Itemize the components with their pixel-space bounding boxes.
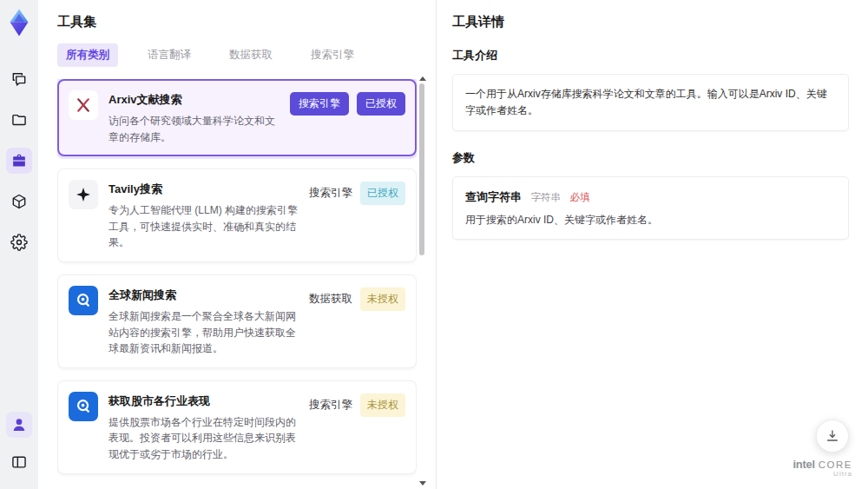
tab-search-engine[interactable]: 搜索引擎 [302,43,363,67]
tool-description: 专为人工智能代理 (LLM) 构建的搜索引擎工具，可快速提供实时、准确和真实的结… [108,202,299,251]
app-logo-icon [6,9,32,36]
tab-data-acquisition[interactable]: 数据获取 [220,43,281,67]
category-tabs: 所有类别 语言翻译 数据获取 搜索引擎 [57,43,436,67]
tool-auth-badge: 已授权 [360,182,405,205]
tool-tags: 搜索引擎 已授权 [309,180,405,251]
tool-card[interactable]: Tavily搜索 专为人工智能代理 (LLM) 构建的搜索引擎工具，可快速提供实… [57,169,417,262]
tool-auth-badge: 未授权 [360,287,405,311]
detail-title: 工具详情 [452,14,849,30]
tool-text-block: 全球新闻搜索 全球新闻搜索是一个聚合全球各大新闻网站内容的搜索引擎，帮助用户快速… [108,286,299,357]
tab-all-categories[interactable]: 所有类别 [57,43,118,67]
tool-card[interactable]: 全球新闻搜索 全球新闻搜索是一个聚合全球各大新闻网站内容的搜索引擎，帮助用户快速… [57,274,417,368]
tool-description: 访问各个研究领域大量科学论文和文章的存储库。 [108,113,279,145]
tool-text-block: 获取股市各行业表现 提供股票市场各个行业在特定时间段内的表现。投资者可以利用这些… [108,392,299,463]
tool-icon [69,286,98,315]
tool-category: 数据获取 [309,287,352,311]
tool-detail-panel: 工具详情 工具介绍 一个用于从Arxiv存储库搜索科学论文和文章的工具。输入可以… [436,0,868,489]
chat-icon [10,70,28,88]
download-button[interactable] [816,420,849,453]
sidebar-item-panel-toggle[interactable] [6,449,32,475]
tool-card[interactable]: Arxiv文献搜索 访问各个研究领域大量科学论文和文章的存储库。 搜索引擎 已授… [57,79,417,156]
tavily-star-icon [75,186,92,203]
tool-name: Arxiv文献搜索 [108,92,279,108]
intel-core-logo: intelCORE Ultra [793,456,852,479]
sidebar-item-user[interactable] [6,412,32,438]
tool-category: 搜索引擎 [309,182,352,205]
tab-language-translation[interactable]: 语言翻译 [139,43,200,67]
cube-icon [10,193,28,210]
tool-icon [69,392,98,421]
sidebar-bottom [6,412,32,475]
scroll-up-arrow-icon[interactable] [419,76,426,81]
tool-text-block: Arxiv文献搜索 访问各个研究领域大量科学论文和文章的存储库。 [108,90,279,145]
tool-description: 提供股票市场各个行业在特定时间段内的表现。投资者可以利用这些信息来识别表现优于或… [108,414,299,463]
intro-heading: 工具介绍 [452,48,849,63]
gear-icon [10,234,28,251]
user-icon [10,416,28,433]
parameter-name: 查询字符串 [465,190,522,203]
arxiv-logo-icon [75,96,92,114]
tool-description: 全球新闻搜索是一个聚合全球各大新闻网站内容的搜索引擎，帮助用户快速获取全球最新资… [108,308,299,357]
brand-core-text: CORE [819,459,852,470]
toolbox-icon [10,152,28,169]
intro-text: 一个用于从Arxiv存储库搜索科学论文和文章的工具。输入可以是Arxiv ID、… [465,86,836,119]
sidebar-item-chat[interactable] [6,66,32,92]
tool-tags: 数据获取 未授权 [309,286,405,357]
app-window: 工具集 所有类别 语言翻译 数据获取 搜索引擎 [0,0,868,489]
tool-card[interactable]: 获取股市各行业表现 提供股票市场各个行业在特定时间段内的表现。投资者可以利用这些… [57,380,417,474]
sidebar-item-settings[interactable] [6,229,32,255]
tool-auth-badge: 未授权 [360,393,405,417]
page-title: 工具集 [57,14,436,30]
parameter-required-badge: 必填 [569,192,589,202]
tool-list: Arxiv文献搜索 访问各个研究领域大量科学论文和文章的存储库。 搜索引擎 已授… [57,79,417,479]
sidebar-rail [0,0,38,489]
sidebar-item-files[interactable] [6,107,32,133]
juhe-data-icon [74,291,93,310]
parameter-description: 用于搜索的Arxiv ID、关键字或作者姓名。 [465,213,836,228]
intro-card: 一个用于从Arxiv存储库搜索科学论文和文章的工具。输入可以是Arxiv ID、… [452,74,849,131]
sidebar-nav [6,66,32,255]
tool-icon [69,180,98,209]
sidebar-item-models[interactable] [6,188,32,215]
scrollbar-thumb[interactable] [419,83,424,255]
folder-icon [10,111,28,129]
tool-name: 获取股市各行业表现 [108,393,299,409]
tool-name: Tavily搜索 [108,182,299,197]
tool-category: 搜索引擎 [290,92,349,116]
tool-category: 搜索引擎 [309,393,352,417]
tool-tags: 搜索引擎 未授权 [309,392,405,463]
sidebar-item-toolbox[interactable] [6,148,32,174]
parameter-type: 字符串 [530,192,561,202]
tool-list-panel: 工具集 所有类别 语言翻译 数据获取 搜索引擎 [38,0,436,489]
tool-text-block: Tavily搜索 专为人工智能代理 (LLM) 构建的搜索引擎工具，可快速提供实… [108,180,299,251]
tool-icon [69,90,98,120]
tool-name: 全球新闻搜索 [108,287,299,303]
params-heading: 参数 [452,150,849,166]
tool-tags: 搜索引擎 已授权 [290,90,405,145]
download-icon [825,429,839,443]
brand-intel-text: intel [793,458,815,471]
panel-toggle-icon [10,453,28,471]
tool-auth-badge: 已授权 [357,92,405,116]
juhe-data-icon [74,397,93,416]
brand-ultra-text: Ultra [833,471,852,479]
parameter-card: 查询字符串 字符串 必填 用于搜索的Arxiv ID、关键字或作者姓名。 [452,176,849,240]
list-scrollbar[interactable] [418,76,425,486]
scroll-down-arrow-icon[interactable] [419,481,426,486]
